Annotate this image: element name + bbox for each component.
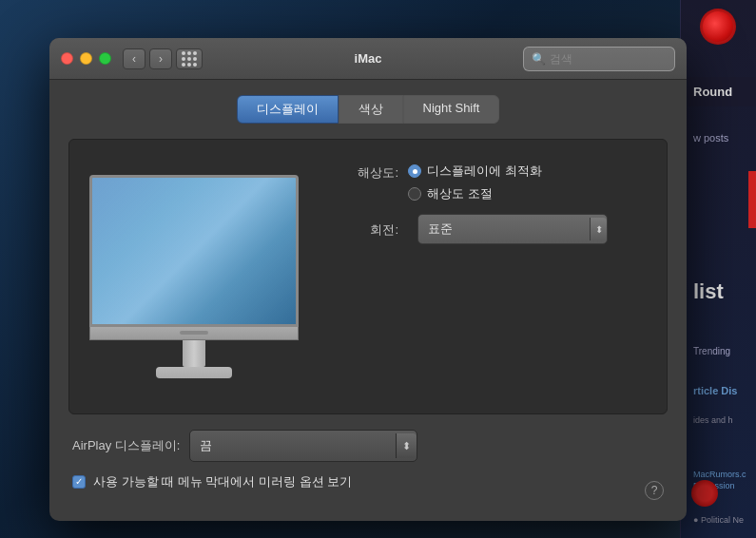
sidebar-political: ● Political Ne — [688, 513, 756, 527]
minimize-button[interactable] — [80, 52, 92, 65]
sidebar-guides: ides and h — [688, 413, 756, 429]
monitor-preview — [85, 155, 303, 398]
sidebar-round-label: Round — [688, 77, 756, 106]
grid-icon — [182, 51, 197, 67]
sidebar-new-posts: w posts — [688, 127, 756, 149]
resolution-option-scaled[interactable]: 해상도 조절 — [408, 185, 542, 202]
rotation-dropdown[interactable]: 표준 ⬍ — [417, 214, 608, 244]
macrumors-logo — [685, 8, 751, 46]
tab-control: 디스플레이 색상 Night Shift — [68, 95, 668, 124]
rotation-row: 회전: 표준 ⬍ — [322, 214, 651, 244]
monitor-graphic — [89, 175, 299, 378]
rotation-arrow-icon: ⬍ — [590, 218, 607, 240]
bottom-controls: AirPlay 디스플레이: 끔 ⬍ ✓ 사용 가능할 때 메뉴 막대에서 미러… — [68, 430, 668, 490]
tab-night-shift[interactable]: Night Shift — [403, 95, 500, 124]
settings-panel: 해상도: 디스플레이에 최적화 해상도 조절 회전: — [322, 155, 651, 398]
traffic-lights — [61, 52, 111, 65]
titlebar: ‹ › iMac 🔍 — [49, 38, 687, 80]
monitor-stand-neck — [183, 340, 205, 367]
checkmark-icon: ✓ — [75, 477, 83, 487]
radio-optimized-label: 디스플레이에 최적화 — [427, 163, 542, 180]
airplay-row: AirPlay 디스플레이: 끔 ⬍ — [72, 430, 664, 462]
airplay-label: AirPlay 디스플레이: — [72, 437, 180, 454]
macrumors-logo-icon — [700, 9, 736, 45]
mirror-checkbox[interactable]: ✓ — [72, 475, 86, 489]
monitor-stand-base — [156, 367, 232, 378]
resolution-row: 해상도: 디스플레이에 최적화 해상도 조절 — [322, 163, 651, 202]
rotation-label: 회전: — [322, 220, 398, 239]
sidebar-trending: Trending — [688, 342, 756, 360]
macrumors-sidebar: Round w posts list Trending rticle Dis i… — [680, 0, 756, 538]
titlebar-nav: ‹ › — [123, 48, 172, 69]
monitor-screen — [89, 175, 299, 327]
system-preferences-window: ‹ › iMac 🔍 디스플레이 색상 — [49, 38, 687, 521]
radio-scaled-label: 해상도 조절 — [427, 185, 493, 202]
airplay-arrow-icon: ⬍ — [396, 433, 417, 458]
search-input[interactable] — [550, 52, 664, 66]
search-icon: 🔍 — [532, 52, 546, 66]
search-box[interactable]: 🔍 — [523, 47, 675, 71]
monitor-bezel — [89, 327, 299, 340]
mirror-label: 사용 가능할 때 메뉴 막대에서 미러링 옵션 보기 — [93, 473, 352, 490]
content-area: 디스플레이 색상 Night Shift 해상도: — [49, 80, 687, 506]
tab-display[interactable]: 디스플레이 — [237, 95, 339, 124]
checkbox-row: ✓ 사용 가능할 때 메뉴 막대에서 미러링 옵션 보기 — [72, 473, 664, 490]
sidebar-avatar-circle — [691, 480, 718, 507]
resolution-options: 디스플레이에 최적화 해상도 조절 — [408, 163, 542, 202]
help-button[interactable]: ? — [645, 481, 664, 500]
sidebar-list-label: list — [688, 276, 756, 308]
forward-button[interactable]: › — [149, 48, 172, 69]
sidebar-bottom-avatar — [691, 480, 718, 507]
display-panel: 해상도: 디스플레이에 최적화 해상도 조절 회전: — [68, 139, 668, 414]
resolution-label: 해상도: — [322, 163, 398, 182]
back-button[interactable]: ‹ — [123, 48, 145, 69]
rotation-value: 표준 — [428, 221, 590, 238]
tab-color[interactable]: 색상 — [339, 95, 403, 124]
radio-optimized[interactable] — [408, 164, 421, 178]
sidebar-article: rticle Dis — [688, 380, 756, 401]
airplay-dropdown[interactable]: 끔 ⬍ — [189, 430, 417, 462]
close-button[interactable] — [61, 52, 73, 65]
radio-scaled[interactable] — [408, 187, 421, 201]
maximize-button[interactable] — [99, 52, 111, 65]
grid-button[interactable] — [176, 48, 203, 69]
resolution-option-optimized[interactable]: 디스플레이에 최적화 — [408, 163, 542, 180]
sidebar-red-bar — [748, 171, 756, 228]
airplay-value: 끔 — [200, 437, 396, 454]
window-title: iMac — [355, 51, 382, 66]
